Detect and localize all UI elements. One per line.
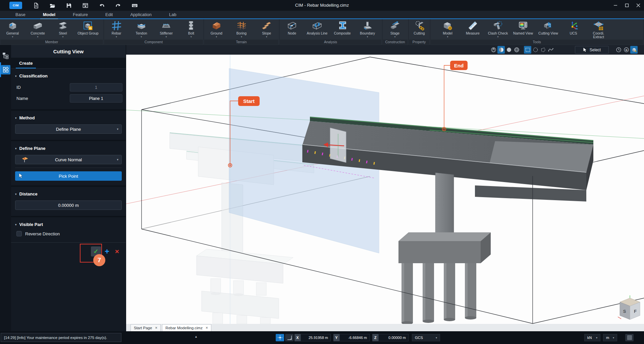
status-bar: [14:29] [Info] Your maintenance period e… xyxy=(0,331,644,344)
ribbon-button-object-group[interactable]: G Object Group xyxy=(75,19,101,40)
maximize-button[interactable] xyxy=(621,0,633,11)
doc-tab-start-page[interactable]: Start Page × xyxy=(130,324,161,331)
ribbon-button-steel[interactable]: Steel ▾ xyxy=(50,19,75,40)
ribbon-button-concrete[interactable]: Concrete ▾ xyxy=(25,19,50,40)
sphere-shaded-icon[interactable] xyxy=(497,46,505,54)
dropdown-arrow-icon: ▾ xyxy=(37,36,39,38)
method-header[interactable]: ▾ Method xyxy=(14,114,122,122)
ribbon-group-terrain: Ground ▾ Boring ▾ Slope ▾ Terrain xyxy=(204,19,279,45)
cancel-button[interactable]: × xyxy=(113,246,121,256)
ribbon: General ▾ Concrete ▾ Steel ▾ G Object Gr… xyxy=(0,19,644,45)
ribbon-button-named-view[interactable]: Named View xyxy=(511,19,536,40)
select-mode-button[interactable]: Select xyxy=(575,46,609,54)
ribbon-group-tools: Model ▾ Measure Clash Check ▾ Named View… xyxy=(430,19,644,45)
classification-header[interactable]: ▾ Classification xyxy=(14,72,122,80)
view-cube-icon[interactable] xyxy=(630,46,638,54)
ribbon-button-rebar[interactable]: Rebar ▾ xyxy=(104,19,129,40)
model-tree-icon[interactable] xyxy=(1,51,10,60)
menu-model[interactable]: Model xyxy=(34,11,64,18)
stiffener-icon xyxy=(161,20,172,31)
sphere-solid-icon[interactable] xyxy=(505,46,513,54)
method-dropdown[interactable]: Define Plane ▾ xyxy=(15,124,122,134)
clock-icon[interactable] xyxy=(615,46,622,54)
menu-base[interactable]: Base xyxy=(7,11,34,18)
ribbon-button-cutting-view[interactable]: Cutting View xyxy=(536,19,561,40)
close-tab-icon[interactable]: × xyxy=(206,326,208,330)
menu-lab[interactable]: Lab xyxy=(160,11,185,18)
dropdown-arrow-icon: ▾ xyxy=(166,36,167,38)
minimize-button[interactable] xyxy=(610,0,621,11)
ribbon-button-coordi-extract[interactable]: Coordi. Extract xyxy=(586,19,611,40)
y-coordinate-field[interactable]: -6.66846 m xyxy=(339,334,370,341)
grid-origin-icon[interactable]: G xyxy=(623,46,630,54)
ribbon-button-stage[interactable]: Stage ▾ xyxy=(382,19,408,40)
x-coordinate-field[interactable]: 25.91958 m xyxy=(301,334,331,341)
force-unit-dropdown[interactable]: kN ▾ xyxy=(584,334,600,341)
ribbon-group-construction: Stage ▾ Construction xyxy=(382,19,409,45)
snap-angle-icon[interactable] xyxy=(285,334,293,341)
end-label: End xyxy=(454,63,464,68)
menu-application[interactable]: Application xyxy=(121,11,160,18)
ribbon-button-general[interactable]: General ▾ xyxy=(0,19,25,40)
distance-field[interactable]: 0.00000 m xyxy=(15,200,122,210)
dropdown-arrow-icon: ▾ xyxy=(447,36,448,38)
end-marker: End xyxy=(442,61,468,131)
id-field[interactable]: 1 xyxy=(70,83,122,92)
ribbon-button-tendon[interactable]: Tendon ▾ xyxy=(129,19,154,40)
distance-header[interactable]: ▾ Distance xyxy=(14,190,122,198)
ribbon-button-clash-check[interactable]: Clash Check ▾ xyxy=(485,19,511,40)
chevron-down-icon: ▾ xyxy=(613,336,614,339)
add-button[interactable]: + xyxy=(103,246,111,256)
select-polygon-icon[interactable] xyxy=(539,46,547,54)
menu-feature[interactable]: Feature xyxy=(64,11,97,18)
ribbon-button-composite[interactable]: Composite xyxy=(330,19,355,40)
ribbon-button-analysis-line[interactable]: Analysis Line xyxy=(305,19,330,40)
globe-axis-icon[interactable]: A xyxy=(490,46,497,54)
ribbon-button-model[interactable]: Model ▾ xyxy=(435,19,460,40)
ribbon-button-cutting[interactable]: Cutting xyxy=(409,19,430,40)
ribbon-button-ucs[interactable]: UCS xyxy=(561,19,586,40)
ribbon-button-ground[interactable]: Ground ▾ xyxy=(204,19,229,40)
reverse-direction-checkbox[interactable]: Reverse Direction xyxy=(14,229,122,238)
ribbon-button-node[interactable]: Node xyxy=(279,19,305,40)
length-unit-dropdown[interactable]: m ▾ xyxy=(603,334,617,341)
ribbon-button-bolt[interactable]: Bolt ▾ xyxy=(179,19,204,40)
select-circle-icon[interactable] xyxy=(532,46,539,54)
checkbox[interactable] xyxy=(16,231,22,236)
chevron-down-icon: ▾ xyxy=(15,147,17,150)
ribbon-button-measure[interactable]: Measure xyxy=(460,19,485,40)
doc-tab-rebar-modelling-cimz[interactable]: Rebar Modelling.cimz × xyxy=(162,324,211,331)
name-field[interactable]: Plane 1 xyxy=(70,94,122,103)
dropdown-arrow-icon: ▾ xyxy=(367,36,368,38)
coordinate-system-dropdown[interactable]: GCS ▾ xyxy=(412,334,440,341)
define-plane-header[interactable]: ▾ Define Plane xyxy=(14,145,122,153)
visible-part-header[interactable]: ▾ Visible Part xyxy=(14,221,122,229)
snap-point-icon[interactable] xyxy=(276,334,284,341)
define-plane-dropdown[interactable]: Curve Normal ▾ xyxy=(15,155,122,164)
navigation-cube[interactable]: S F xyxy=(618,295,640,320)
panel-title: Cutting View xyxy=(11,45,126,58)
boundary-icon xyxy=(362,20,373,31)
pick-point-button[interactable]: Pick Point xyxy=(15,171,122,181)
status-message: [14:29] [Info] Your maintenance period e… xyxy=(4,336,107,340)
unit-settings-icon[interactable] xyxy=(625,334,634,341)
ribbon-button-slope[interactable]: Slope ▾ xyxy=(254,19,279,40)
select-rectangle-icon[interactable] xyxy=(524,46,531,54)
expand-log-icon[interactable]: ▲ xyxy=(195,335,198,338)
ribbon-button-stiffener[interactable]: Stiffener ▾ xyxy=(154,19,179,40)
ribbon-group-label: Component xyxy=(104,40,203,45)
title-bar: CIM CIM - Rebar Modelling.cimz xyxy=(0,0,644,11)
x-coordinate-label: X xyxy=(294,334,301,341)
sphere-wireframe-icon[interactable] xyxy=(513,46,520,54)
select-lasso-icon[interactable] xyxy=(547,46,554,54)
menu-edit[interactable]: Edit xyxy=(97,11,121,18)
ribbon-button-boring[interactable]: Boring ▾ xyxy=(229,19,254,40)
ribbon-button-boundary[interactable]: Boundary ▾ xyxy=(355,19,380,40)
section-distance: ▾ Distance 0.00000 m xyxy=(11,187,126,217)
close-tab-icon[interactable]: × xyxy=(155,326,157,330)
close-button[interactable] xyxy=(633,0,644,11)
category-view-icon[interactable] xyxy=(1,65,10,74)
model-canvas[interactable]: Start End S F xyxy=(126,55,644,324)
tab-create[interactable]: Create xyxy=(16,58,36,68)
z-coordinate-field[interactable]: 0.00000 m xyxy=(378,334,409,341)
